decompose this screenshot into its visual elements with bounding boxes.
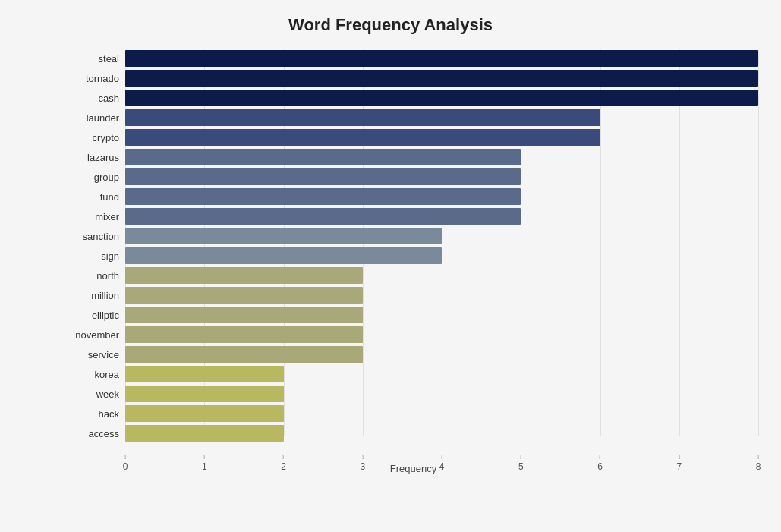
bar-row: group — [125, 167, 758, 187]
bar-row: sanction — [125, 226, 758, 246]
bar-fill — [125, 247, 442, 264]
bar-fill — [125, 90, 758, 106]
x-axis-label: Frequency — [68, 463, 758, 474]
bar-fill — [125, 149, 521, 165]
bar-label: north — [72, 270, 125, 282]
bar-fill — [125, 50, 758, 67]
bar-fill — [125, 267, 363, 284]
bar-label: sign — [72, 250, 125, 262]
bar-row: fund — [125, 187, 758, 206]
bars-area: stealtornadocashlaundercryptolazarusgrou… — [125, 49, 758, 436]
bar-label: access — [72, 428, 125, 439]
bar-row: north — [125, 266, 758, 285]
bar-row: korea — [125, 364, 758, 384]
bar-label: fund — [72, 191, 125, 203]
bar-label: elliptic — [72, 310, 125, 321]
grid-line — [758, 49, 759, 436]
bar-fill — [125, 129, 600, 146]
bar-row: cash — [125, 88, 758, 108]
bar-fill — [125, 228, 442, 244]
bar-row: week — [125, 384, 758, 404]
bar-row: tornado — [125, 68, 758, 88]
bar-label: korea — [72, 369, 125, 380]
bar-fill — [125, 425, 284, 442]
bar-label: million — [72, 290, 125, 301]
bar-fill — [125, 287, 363, 304]
bar-label: steal — [72, 53, 125, 65]
bar-label: crypto — [72, 132, 125, 143]
bar-row: sign — [125, 246, 758, 266]
bar-fill — [125, 70, 758, 87]
bar-label: lazarus — [72, 152, 125, 163]
bar-row: november — [125, 325, 758, 345]
x-axis: 012345678 — [125, 455, 758, 455]
bar-row: lazarus — [125, 147, 758, 167]
bar-fill — [125, 188, 521, 205]
bar-label: week — [72, 389, 125, 400]
bar-row: mixer — [125, 206, 758, 226]
bar-label: group — [72, 172, 125, 183]
chart-title: Word Frequency Analysis — [23, 15, 758, 35]
bar-fill — [125, 366, 284, 382]
bar-label: november — [72, 329, 125, 341]
bar-label: launder — [72, 112, 125, 124]
bar-row: million — [125, 285, 758, 305]
bar-fill — [125, 109, 600, 126]
bar-label: service — [72, 349, 125, 360]
chart-container: Word Frequency Analysis stealtornadocash… — [0, 0, 781, 532]
bar-fill — [125, 168, 521, 185]
bar-fill — [125, 326, 363, 343]
bar-fill — [125, 307, 363, 323]
bar-row: elliptic — [125, 305, 758, 325]
bar-row: hack — [125, 404, 758, 423]
bar-fill — [125, 386, 284, 402]
bar-label: hack — [72, 408, 125, 420]
bar-row: crypto — [125, 127, 758, 147]
bar-fill — [125, 346, 363, 363]
bar-row: service — [125, 345, 758, 364]
bar-row: access — [125, 423, 758, 443]
bar-row: steal — [125, 49, 758, 68]
bar-label: mixer — [72, 211, 125, 222]
bar-label: cash — [72, 93, 125, 104]
bar-row: launder — [125, 108, 758, 127]
bar-fill — [125, 405, 284, 422]
bars-list: stealtornadocashlaundercryptolazarusgrou… — [125, 49, 758, 443]
bar-label: tornado — [72, 73, 125, 84]
bar-label: sanction — [72, 231, 125, 242]
bar-fill — [125, 208, 521, 225]
